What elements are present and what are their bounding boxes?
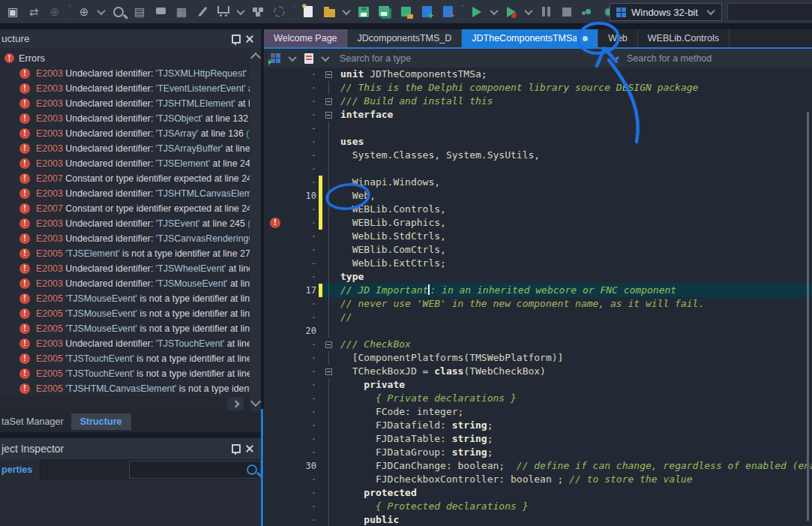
code-line[interactable]: · Winapi.Windows,: [264, 176, 812, 189]
code-line[interactable]: · System.Classes, System.SysUtils,: [264, 149, 812, 162]
new-items-icon[interactable]: [300, 4, 316, 20]
error-list-item[interactable]: E2003 Undeclared identifier: 'TJSArrayBu…: [0, 141, 255, 156]
code-line[interactable]: 30 FJDCanChange: boolean; // define if c…: [264, 459, 812, 473]
editor-tab-weblib-controls[interactable]: WEBLib.Controls: [638, 29, 730, 47]
fold-collapse-icon[interactable]: [322, 365, 335, 378]
module-view-icon[interactable]: [268, 50, 284, 67]
run-icon[interactable]: [469, 4, 485, 20]
code-line[interactable]: · [ComponentPlatforms(TMSWebPlatform)]: [264, 351, 812, 365]
dock-windows-icon[interactable]: ▣: [4, 4, 21, 20]
error-list-item[interactable]: E2003 Undeclared identifier: 'TJSEvent' …: [0, 216, 255, 231]
open-dropdown-icon[interactable]: [342, 8, 351, 17]
code-line[interactable]: · WEBLib.Controls,: [264, 203, 812, 216]
error-list-item[interactable]: E2005 'TJSTouchEvent' is not a type iden…: [0, 351, 255, 366]
scroll-down-icon[interactable]: [250, 396, 261, 407]
cart-dropdown-icon[interactable]: [236, 8, 245, 17]
code-line[interactable]: · TCheckBoxJD = class(TWebCheckBox): [264, 365, 812, 378]
package-blocks-icon[interactable]: [250, 4, 266, 20]
error-list-item[interactable]: E2005 'TJSMouseEvent' is not a type iden…: [0, 306, 255, 321]
error-list-item[interactable]: E2003 Undeclared identifier: 'TJSMouseEv…: [0, 276, 255, 291]
purchase-cart-icon[interactable]: [215, 4, 232, 20]
editor-tab-welcome-page[interactable]: Welcome Page: [264, 29, 348, 47]
chevron-down-icon[interactable]: [321, 54, 330, 63]
error-list-item[interactable]: E2003 Undeclared identifier: 'TEventList…: [0, 81, 255, 96]
code-line[interactable]: · { Protected declarations }: [264, 500, 812, 513]
open-file-icon[interactable]: [321, 4, 337, 20]
code-line[interactable]: ·type: [264, 270, 812, 284]
close-icon[interactable]: [243, 33, 256, 45]
panel-splitter-highlight[interactable]: [261, 409, 263, 526]
code-line[interactable]: ·: [264, 162, 812, 176]
search-icon[interactable]: [110, 4, 127, 20]
help-book-icon[interactable]: ▤: [131, 4, 148, 20]
close-icon[interactable]: [243, 443, 256, 455]
code-line[interactable]: ·// This is the Delphi component library…: [264, 81, 812, 95]
pin-icon[interactable]: [229, 443, 243, 455]
code-line[interactable]: ·/// Build and install this: [264, 95, 812, 108]
trace-into-icon[interactable]: [580, 4, 596, 20]
scroll-up-icon[interactable]: [250, 53, 261, 63]
pin-icon[interactable]: [229, 33, 243, 45]
code-line[interactable]: -: [264, 122, 812, 135]
secondary-combo[interactable]: [727, 3, 812, 21]
code-line[interactable]: - WebLib.ExtCtrls;: [264, 257, 812, 270]
tab-dataset-manager[interactable]: taSet Manager: [0, 413, 68, 430]
error-list-horizontal-scrollbar[interactable]: [0, 396, 250, 411]
code-line[interactable]: ·/// CheckBox: [264, 338, 812, 351]
fold-collapse-icon[interactable]: [322, 108, 335, 122]
error-list-item[interactable]: E2005 'TJSMouseEvent' is not a type iden…: [0, 291, 255, 306]
error-list-item[interactable]: E2005 'TJSHTMLCanvasElement' is not a ty…: [0, 381, 255, 396]
code-line[interactable]: ·uses: [264, 135, 812, 149]
type-search-input[interactable]: Search for a type: [340, 53, 411, 64]
scroll-right-button[interactable]: [227, 397, 244, 410]
ide-insight-globe-icon[interactable]: ⊕: [76, 4, 92, 20]
code-line[interactable]: - { Private declarations }: [264, 392, 812, 405]
code-line[interactable]: · private: [264, 378, 812, 392]
error-list-item[interactable]: E2003 Undeclared identifier: 'TJSHTMLEle…: [0, 96, 255, 111]
code-line[interactable]: ·interface: [264, 108, 812, 122]
code-line[interactable]: · protected: [264, 486, 812, 500]
code-line[interactable]: ·// never use 'WEB' in the new component…: [264, 297, 812, 311]
fold-collapse-icon[interactable]: [322, 338, 335, 351]
error-list-item[interactable]: E2005 'TJSTouchEvent' is not a type iden…: [0, 366, 255, 381]
error-list-item[interactable]: E2005 'TJSMouseEvent' is not a type iden…: [0, 321, 255, 336]
error-list-item[interactable]: E2003 Undeclared identifier: 'TJSXMLHttp…: [0, 66, 255, 81]
code-line[interactable]: · FJDataTable: string;: [264, 432, 812, 446]
fold-collapse-icon[interactable]: [322, 68, 335, 81]
tab-structure[interactable]: Structure: [71, 413, 131, 430]
code-line[interactable]: 10 Web,: [264, 189, 812, 203]
run-dropdown-icon[interactable]: [490, 8, 499, 17]
fold-collapse-icon[interactable]: [322, 95, 335, 108]
error-list-item[interactable]: E2003 Undeclared identifier: 'TJSTouchEv…: [0, 336, 255, 351]
format-source-icon[interactable]: [301, 50, 317, 67]
save-icon[interactable]: [355, 4, 372, 20]
getit-box-icon[interactable]: ▦: [173, 4, 190, 20]
editor-tab-jdthecomponentstmsa[interactable]: JDTheComponentsTMSa: [462, 29, 598, 47]
code-line[interactable]: 17// JD Important: in an inherited webco…: [264, 284, 812, 297]
error-list-item[interactable]: E2007 Constant or type identifier expect…: [0, 171, 255, 186]
code-line[interactable]: · FJDataGroup: string;: [264, 446, 812, 459]
code-line[interactable]: · public: [264, 513, 812, 526]
run-without-debugging-icon[interactable]: [503, 4, 520, 20]
code-line[interactable]: ·//: [264, 311, 812, 324]
save-as-icon[interactable]: [397, 4, 414, 20]
code-line[interactable]: · FJDatafield: string;: [264, 419, 812, 432]
code-line[interactable]: · FCode: integer;: [264, 405, 812, 419]
tab-properties[interactable]: perties: [0, 459, 40, 480]
stop-icon[interactable]: [559, 4, 575, 20]
errors-tree-root[interactable]: Errors: [0, 50, 261, 66]
web-globe-disabled-icon[interactable]: ⊕: [46, 4, 63, 20]
code-editor[interactable]: ·unit JDTheComponentsTMSa;·// This is th…: [264, 68, 812, 526]
pen-feather-icon[interactable]: [194, 4, 211, 20]
code-line[interactable]: · WebLib.StdCtrls,: [264, 230, 812, 243]
error-list-item[interactable]: E2003 Undeclared identifier: 'TJSObject'…: [0, 111, 255, 126]
chevron-down-icon[interactable]: [288, 54, 297, 63]
target-platform-combo[interactable]: Windows 32-bit: [610, 3, 722, 21]
feedback-chat-icon[interactable]: [152, 4, 169, 20]
code-line[interactable]: 20: [264, 324, 812, 338]
editor-tab-jdcomponentstms-d[interactable]: JDcomponentsTMS_D: [348, 29, 463, 47]
add-to-project-icon[interactable]: [418, 4, 435, 20]
run-config-dropdown-icon[interactable]: [524, 8, 533, 17]
error-list-item[interactable]: E2003 Undeclared identifier: 'TJSArray' …: [0, 126, 255, 141]
pause-icon[interactable]: [538, 4, 554, 20]
